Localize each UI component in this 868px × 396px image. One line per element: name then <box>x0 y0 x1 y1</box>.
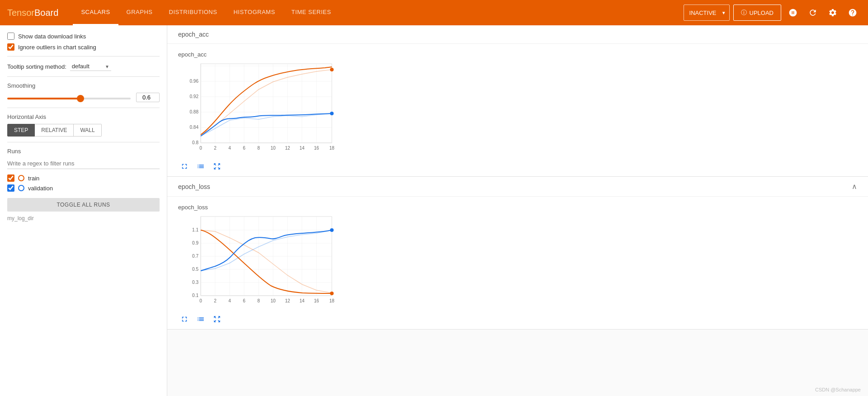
svg-text:18: 18 <box>329 298 335 303</box>
svg-point-32 <box>330 68 334 71</box>
svg-text:16: 16 <box>314 298 319 303</box>
h-axis-label: Horizontal Axis <box>7 113 160 120</box>
chart-section-title-epoch-acc: epoch_acc <box>178 31 209 38</box>
svg-text:4: 4 <box>228 146 231 151</box>
smoothing-slider-wrapper[interactable] <box>7 94 131 101</box>
run-train-checkbox[interactable] <box>7 174 14 182</box>
svg-text:1.1: 1.1 <box>192 227 198 232</box>
nav-time-series[interactable]: TIME SERIES <box>283 0 340 25</box>
divider-3 <box>7 108 160 108</box>
chart-tools-epoch-acc <box>178 160 857 173</box>
svg-point-68 <box>330 228 334 232</box>
chart-svg-epoch-loss: 0.1 0.3 0.5 0.7 0.9 1.1 0 2 4 6 8 10 12 <box>178 214 341 309</box>
fit-button-epoch-loss[interactable] <box>211 313 223 325</box>
svg-text:18: 18 <box>329 146 335 151</box>
divider-4 <box>7 142 160 142</box>
svg-text:8: 8 <box>257 298 260 303</box>
smoothing-section: Smoothing <box>7 82 160 102</box>
axis-wall-button[interactable]: WALL <box>74 124 101 137</box>
log-dir-label: my_log_dir <box>7 215 160 222</box>
svg-text:12: 12 <box>285 146 290 151</box>
top-navigation: TensorBoard SCALARS GRAPHS DISTRIBUTIONS… <box>0 0 868 25</box>
main-content: epoch_acc epoch_acc <box>167 25 868 396</box>
nav-scalars[interactable]: SCALARS <box>73 0 118 25</box>
app-logo: TensorBoard <box>7 8 58 18</box>
plugin-icon-button[interactable] <box>785 5 801 21</box>
svg-text:0.88: 0.88 <box>190 109 199 114</box>
smoothing-row <box>7 93 160 102</box>
divider-1 <box>7 56 160 57</box>
nav-distributions[interactable]: DISTRIBUTIONS <box>161 0 226 25</box>
svg-point-67 <box>330 292 334 295</box>
fit-button-epoch-acc[interactable] <box>211 160 223 173</box>
upload-button[interactable]: ⓘ UPLOAD <box>733 5 781 21</box>
run-train-label: train <box>28 175 39 182</box>
run-validation-checkbox[interactable] <box>7 184 14 192</box>
nav-graphs[interactable]: GRAPHS <box>118 0 161 25</box>
smoothing-label: Smoothing <box>7 82 160 89</box>
svg-text:0.8: 0.8 <box>192 140 198 145</box>
nav-histograms[interactable]: HISTOGRAMS <box>225 0 283 25</box>
expand-button-epoch-acc[interactable] <box>178 160 191 173</box>
chart-section-title-epoch-loss: epoch_loss <box>178 183 210 190</box>
svg-text:12: 12 <box>285 298 290 303</box>
nav-right: INACTIVE ACTIVE ⓘ UPLOAD <box>684 5 861 21</box>
logo-tensor: Tensor <box>7 8 34 18</box>
collapse-icon-epoch-loss[interactable]: ∧ <box>852 182 857 191</box>
axis-relative-button[interactable]: RELATIVE <box>35 124 74 137</box>
svg-text:0.84: 0.84 <box>190 125 199 130</box>
help-button[interactable] <box>844 5 861 21</box>
show-download-label[interactable]: Show data download links <box>18 33 86 40</box>
svg-text:0.7: 0.7 <box>192 254 198 259</box>
tooltip-sort-select[interactable]: default ascending descending nearest <box>70 62 111 71</box>
legend-button-epoch-loss[interactable] <box>194 313 207 325</box>
ignore-outliers-row: Ignore outliers in chart scaling <box>7 43 160 51</box>
nav-items: SCALARS GRAPHS DISTRIBUTIONS HISTOGRAMS … <box>73 0 339 25</box>
legend-button-epoch-acc[interactable] <box>194 160 207 173</box>
expand-button-epoch-loss[interactable] <box>178 313 191 325</box>
svg-text:14: 14 <box>299 146 305 151</box>
svg-text:0.5: 0.5 <box>192 267 198 272</box>
toggle-all-runs-button[interactable]: TOGGLE ALL RUNS <box>7 198 160 212</box>
app-body: Show data download links Ignore outliers… <box>0 25 868 396</box>
download-links-section: Show data download links Ignore outliers… <box>7 33 160 51</box>
tooltip-sort-row: Tooltip sorting method: default ascendin… <box>7 62 160 71</box>
ignore-outliers-checkbox[interactable] <box>7 43 14 51</box>
chart-section-epoch-acc: epoch_acc epoch_acc <box>167 25 868 177</box>
runs-label: Runs <box>7 148 160 155</box>
logo-board: Board <box>34 8 58 18</box>
svg-text:0.96: 0.96 <box>190 79 199 84</box>
chart-tools-epoch-loss <box>178 313 857 325</box>
svg-text:4: 4 <box>228 298 231 303</box>
chart-section-header-epoch-loss: epoch_loss ∧ <box>167 177 868 197</box>
axis-step-button[interactable]: STEP <box>7 124 35 137</box>
smoothing-value-wrapper[interactable] <box>136 93 160 102</box>
svg-text:14: 14 <box>299 298 305 303</box>
smoothing-slider[interactable] <box>7 98 131 99</box>
svg-text:6: 6 <box>243 298 245 303</box>
tooltip-sort-label: Tooltip sorting method: <box>7 63 66 70</box>
chart-title-epoch-acc: epoch_acc <box>178 51 857 58</box>
status-select[interactable]: INACTIVE ACTIVE <box>684 5 730 21</box>
show-download-checkbox[interactable] <box>7 33 14 40</box>
smoothing-input[interactable] <box>136 93 160 102</box>
svg-text:2: 2 <box>214 146 217 151</box>
refresh-button[interactable] <box>805 5 821 21</box>
show-download-row: Show data download links <box>7 33 160 40</box>
run-train-item: train <box>7 174 160 182</box>
tooltip-sort-select-wrapper[interactable]: default ascending descending nearest <box>70 62 111 71</box>
chart-area-epoch-loss: 0.1 0.3 0.5 0.7 0.9 1.1 0 2 4 6 8 10 12 <box>178 214 857 309</box>
sidebar: Show data download links Ignore outliers… <box>0 25 167 396</box>
axis-buttons: STEP RELATIVE WALL <box>7 124 160 137</box>
chart-svg-epoch-acc: 0.8 0.84 0.88 0.92 0.96 0 2 4 6 8 10 12 … <box>178 61 341 156</box>
status-select-wrapper[interactable]: INACTIVE ACTIVE <box>684 5 730 21</box>
h-axis-section: Horizontal Axis STEP RELATIVE WALL <box>7 113 160 137</box>
svg-text:0.1: 0.1 <box>192 293 198 298</box>
runs-filter-input[interactable] <box>7 158 160 169</box>
ignore-outliers-label[interactable]: Ignore outliers in chart scaling <box>18 44 96 51</box>
svg-text:0.3: 0.3 <box>192 280 198 285</box>
settings-button[interactable] <box>825 5 841 21</box>
svg-point-33 <box>330 112 334 115</box>
chart-title-epoch-loss: epoch_loss <box>178 204 857 211</box>
svg-text:10: 10 <box>270 298 276 303</box>
